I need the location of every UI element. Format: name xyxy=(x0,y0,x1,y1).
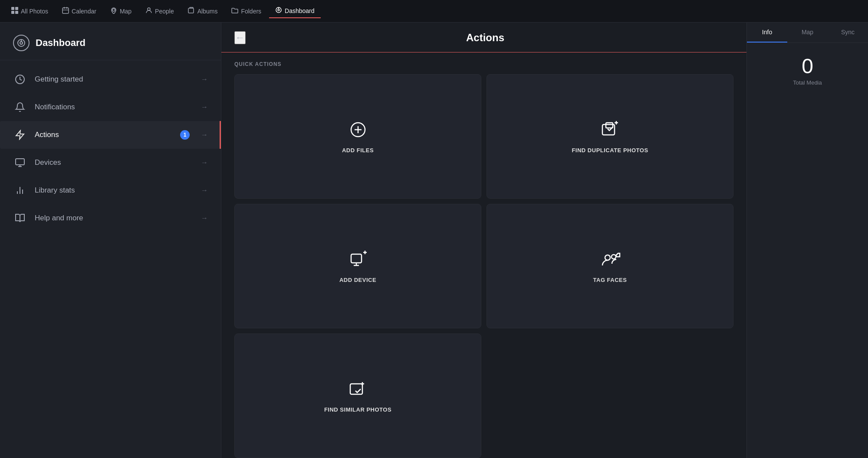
nav-folders[interactable]: Folders xyxy=(225,4,267,18)
notifications-icon xyxy=(13,100,27,114)
people-icon xyxy=(145,7,152,15)
find-similar-icon xyxy=(348,379,368,399)
add-files-icon xyxy=(348,119,368,140)
tab-map[interactable]: Map xyxy=(787,23,828,43)
actions-badge: 1 xyxy=(180,130,190,140)
nav-folders-label: Folders xyxy=(241,8,261,15)
nav-dashboard[interactable]: Dashboard xyxy=(269,4,321,18)
svg-point-37 xyxy=(605,255,610,260)
actions-grid: ADD FILES FIND DUPLICATE PHOTOS xyxy=(221,74,746,458)
main-content: Dashboard Getting started → Notification… xyxy=(0,23,868,458)
add-device-icon xyxy=(348,249,368,270)
add-device-card[interactable]: ADD DEVICE xyxy=(234,204,481,328)
sidebar-item-help[interactable]: Help and more → xyxy=(0,204,221,232)
actions-arrow: → xyxy=(201,131,208,139)
albums-icon xyxy=(188,7,195,15)
nav-map[interactable]: Map xyxy=(104,4,138,18)
add-device-label: ADD DEVICE xyxy=(339,277,376,283)
sidebar-item-devices[interactable]: Devices → xyxy=(0,149,221,177)
nav-albums[interactable]: Albums xyxy=(182,4,224,18)
nav-dashboard-label: Dashboard xyxy=(285,7,315,14)
notifications-label: Notifications xyxy=(35,103,193,111)
library-stats-arrow: → xyxy=(201,186,208,194)
folders-icon xyxy=(231,7,238,15)
svg-point-12 xyxy=(278,9,279,11)
svg-point-8 xyxy=(112,9,115,11)
notifications-arrow: → xyxy=(201,103,208,111)
nav-all-photos-label: All Photos xyxy=(21,8,48,15)
getting-started-arrow: → xyxy=(201,75,208,83)
devices-icon xyxy=(13,156,27,170)
svg-rect-32 xyxy=(351,254,362,263)
actions-page-title: Actions xyxy=(254,32,716,44)
tag-faces-card[interactable]: TAG FACES xyxy=(487,204,733,328)
devices-arrow: → xyxy=(201,159,208,167)
right-panel-body: 0 Total Media xyxy=(747,43,868,99)
help-icon xyxy=(13,211,27,225)
svg-rect-3 xyxy=(15,11,18,14)
sidebar-item-getting-started[interactable]: Getting started → xyxy=(0,65,221,93)
find-duplicate-icon xyxy=(600,119,621,140)
sidebar-header: Dashboard xyxy=(0,23,221,60)
dashboard-icon xyxy=(13,35,30,51)
find-duplicate-label: FIND DUPLICATE PHOTOS xyxy=(572,147,648,154)
svg-point-15 xyxy=(20,42,23,44)
sidebar-title: Dashboard xyxy=(36,37,85,49)
actions-label: Actions xyxy=(35,131,172,139)
main-area: ← Actions QUICK ACTIONS ADD FILES xyxy=(221,23,746,458)
find-similar-label: FIND SIMILAR PHOTOS xyxy=(324,406,391,413)
nav-people[interactable]: People xyxy=(139,4,180,18)
svg-point-9 xyxy=(148,8,150,10)
svg-rect-4 xyxy=(62,8,69,13)
add-files-card[interactable]: ADD FILES xyxy=(234,74,481,199)
actions-icon xyxy=(13,128,27,142)
devices-label: Devices xyxy=(35,158,193,167)
tag-faces-icon xyxy=(600,249,621,270)
help-label: Help and more xyxy=(35,214,193,222)
total-media-label: Total Media xyxy=(793,79,822,86)
nav-calendar-label: Calendar xyxy=(72,8,96,15)
svg-rect-2 xyxy=(11,11,14,14)
library-stats-icon xyxy=(13,183,27,197)
find-duplicate-card[interactable]: FIND DUPLICATE PHOTOS xyxy=(487,74,733,199)
nav-all-photos[interactable]: All Photos xyxy=(5,4,54,18)
nav-map-label: Map xyxy=(120,8,132,15)
svg-point-38 xyxy=(612,255,616,259)
nav-calendar[interactable]: Calendar xyxy=(56,4,102,18)
back-button[interactable]: ← xyxy=(234,31,246,44)
nav-albums-label: Albums xyxy=(197,8,218,15)
tag-faces-label: TAG FACES xyxy=(593,277,627,283)
tab-sync[interactable]: Sync xyxy=(828,23,868,43)
svg-rect-1 xyxy=(15,7,18,10)
svg-rect-31 xyxy=(606,123,613,128)
all-photos-icon xyxy=(11,7,18,15)
actions-header: ← Actions xyxy=(221,23,746,52)
help-arrow: → xyxy=(201,214,208,222)
find-similar-card[interactable]: FIND SIMILAR PHOTOS xyxy=(234,334,481,458)
getting-started-icon xyxy=(13,72,27,86)
total-media-count: 0 xyxy=(802,56,813,77)
library-stats-label: Library stats xyxy=(35,186,193,195)
add-files-label: ADD FILES xyxy=(342,147,374,154)
sidebar-item-library-stats[interactable]: Library stats → xyxy=(0,177,221,204)
sidebar: Dashboard Getting started → Notification… xyxy=(0,23,221,458)
svg-rect-19 xyxy=(16,159,24,165)
svg-rect-10 xyxy=(188,8,194,13)
right-panel-tabs: Info Map Sync xyxy=(747,23,868,43)
map-icon xyxy=(110,7,117,15)
tab-info[interactable]: Info xyxy=(747,23,787,43)
quick-actions-label: QUICK ACTIONS xyxy=(221,52,746,74)
sidebar-nav: Getting started → Notifications → Action… xyxy=(0,60,221,458)
sidebar-item-notifications[interactable]: Notifications → xyxy=(0,93,221,121)
top-nav: All Photos Calendar Map People Albums Fo… xyxy=(0,0,868,23)
svg-marker-18 xyxy=(16,131,24,139)
dashboard-nav-icon xyxy=(275,7,282,15)
nav-people-label: People xyxy=(155,8,174,15)
right-panel: Info Map Sync 0 Total Media xyxy=(746,23,868,458)
calendar-icon xyxy=(62,7,69,15)
svg-rect-0 xyxy=(11,7,14,10)
getting-started-label: Getting started xyxy=(35,75,193,84)
sidebar-item-actions[interactable]: Actions 1 → xyxy=(0,121,221,149)
